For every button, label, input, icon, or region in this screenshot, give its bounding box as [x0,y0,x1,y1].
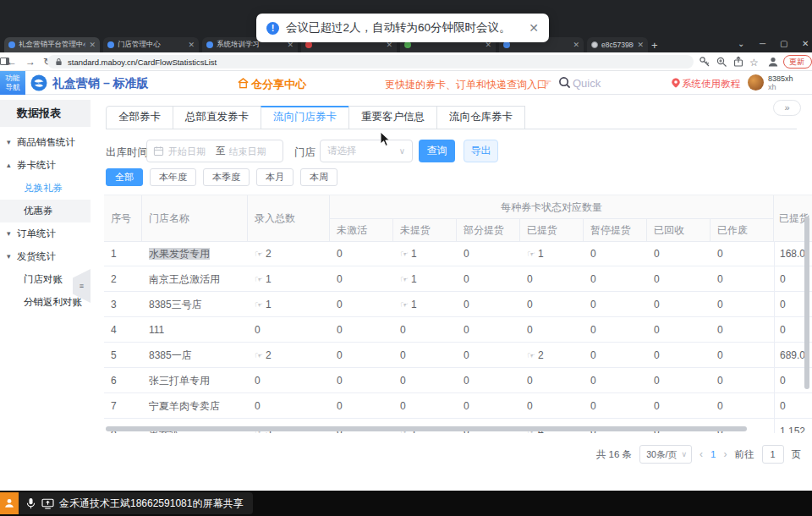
tab-重要客户信息[interactable]: 重要客户信息 [348,106,437,129]
status-cell: 0 [647,292,710,316]
status-cell: 0 [330,317,393,342]
sidebar-item-1[interactable]: ▾商品销售统计 [0,131,91,154]
date-range-input[interactable]: 至 [146,140,283,162]
page-size-select[interactable]: 30条/页 ∨ [639,445,692,464]
status-cell: 0 [647,343,710,367]
share-icon[interactable] [732,56,744,68]
goto-page-input[interactable] [762,445,784,464]
sidebar-item-4[interactable]: 优惠券 [0,200,91,222]
quick-search-icon[interactable] [558,76,571,89]
store-name: 南京王总激活用 [149,273,220,285]
quick-search-label[interactable]: Quick [573,77,601,90]
sidebar-item-label: 门店对账 [24,268,63,291]
export-button[interactable]: 导出 [464,140,498,162]
hand-pointer-icon: ☞ [255,350,263,360]
start-date-input[interactable] [168,146,212,156]
search-button[interactable]: 查询 [419,140,455,162]
end-date-input[interactable] [229,146,273,156]
function-nav-button[interactable]: 功能 导航 [0,71,25,95]
total-cell[interactable]: ☞2 [248,241,330,266]
row-number: 1 [104,241,142,266]
zoom-icon[interactable] [716,56,727,68]
status-cell: 0 [584,368,647,392]
status-cell: 0 [710,241,774,266]
sidebar-item-6[interactable]: ▾发货统计 [0,245,91,268]
sidebar-title: 数据报表 [0,100,91,127]
address-bar[interactable]: standard.maboy.cn/CardFlowStatisticsList [47,55,694,69]
total-cell[interactable]: ☞1 [248,266,330,291]
profile-icon[interactable] [767,56,779,68]
side-panel-icon[interactable] [0,58,9,65]
sidebar-item-label: 优惠券 [24,200,53,222]
close-button[interactable]: ✕ [802,39,809,48]
status-cell: 0 [330,292,393,316]
tree-arrow-icon[interactable]: ▴ [7,154,11,177]
tab-全部券卡[interactable]: 全部券卡 [106,106,173,129]
tab-close-icon[interactable]: ✕ [637,41,644,49]
tree-arrow-icon[interactable]: ▾ [7,222,11,245]
red-favicon-icon [305,41,312,48]
tree-arrow-icon[interactable]: ▾ [7,245,11,268]
tutorial-link[interactable]: 系统使用教程 [682,78,740,91]
vertical-scrollbar[interactable] [804,217,809,389]
chevron-down-icon: ∨ [399,140,405,162]
status-cell[interactable]: ☞2 [520,343,584,367]
key-icon[interactable] [699,56,710,68]
table-body: 1水果发货专用☞20☞10☞1000168.02南京王总激活用☞10☞10000… [104,241,812,433]
minimize-button[interactable]: ─ [760,39,765,48]
quick-filter-button[interactable]: 全部 [106,168,143,186]
tab-close-icon[interactable]: ✕ [188,41,195,49]
tab-close-icon[interactable]: ✕ [573,41,579,49]
browser-update-button[interactable]: 更新 ! [783,55,812,69]
tab-总部直发券卡[interactable]: 总部直发券卡 [173,106,261,129]
hand-pointer-icon: ☞ [255,274,263,284]
status-cell[interactable]: ☞1 [393,266,457,291]
next-page-button[interactable]: › [724,448,727,460]
date-filter-label: 出库时间 [106,145,148,160]
share-center-link[interactable]: 仓分享中心 [251,77,306,92]
total-cell: 0 [248,317,330,342]
bookmark-star-icon[interactable]: ☆ [749,56,759,69]
maximize-button[interactable]: ▢ [780,39,787,48]
status-cell[interactable]: ☞1 [393,292,457,316]
total-cell[interactable]: ☞1 [248,292,330,316]
browser-tab[interactable]: 门店管理中心✕ [103,37,199,52]
status-cell[interactable]: ☞1 [520,241,584,266]
quick-filter-button[interactable]: 本季度 [203,168,250,186]
prev-page-button[interactable]: ‹ [700,448,703,460]
user-avatar[interactable] [748,74,764,91]
tab-流向仓库券卡[interactable]: 流向仓库券卡 [436,106,525,129]
horizontal-scrollbar[interactable] [106,426,747,431]
green-favicon-icon [404,41,411,48]
browser-tab[interactable]: e8c573980b1328a258fd2e6✕ [587,37,648,52]
tab-search-chevron-icon[interactable]: ⌄ [738,39,744,48]
store-name-cell: 南京王总激活用 [142,266,248,291]
total-cell[interactable]: ☞2 [248,343,330,367]
notification-close-icon[interactable]: ✕ [529,21,539,35]
status-cell: 0 [457,368,520,392]
status-cell: 0 [520,292,584,316]
tab-close-icon[interactable]: ✕ [89,41,96,49]
sidebar-item-2[interactable]: ▴券卡统计 [0,154,91,177]
table-header: 序号 门店名称 录入总数 每种券卡状态对应数量 未激活未提货部分提货已提货暂停提… [104,195,812,241]
status-cell: 0 [647,368,710,392]
tab-流向门店券卡[interactable]: 流向门店券卡 [261,106,349,129]
current-page[interactable]: 1 [710,449,716,459]
sidebar-item-5[interactable]: ▾订单统计 [0,222,91,245]
store-name: 张三打单专用 [149,375,210,387]
quick-filter-button[interactable]: 本周 [300,168,337,186]
status-cell[interactable]: ☞1 [393,241,457,266]
new-tab-button[interactable]: + [651,39,658,52]
store-name-cell: 水果发货专用 [142,241,248,266]
store-name: 宁夏羊肉专卖店 [149,400,220,412]
quick-filter-row: 全部本年度本季度本月本周 [106,168,337,186]
store-select[interactable]: 请选择 ∨ [320,140,413,162]
quick-filter-button[interactable]: 本月 [256,168,294,186]
tree-arrow-icon[interactable]: ▾ [7,131,11,154]
quick-filter-button[interactable]: 本年度 [150,168,196,186]
screen-icon [41,498,54,509]
browser-tab[interactable]: 礼盒营销平台管理中心✕ [4,37,100,52]
sidebar-item-3[interactable]: 兑换礼券 [0,177,91,200]
forward-icon[interactable]: → [25,55,36,69]
app-title: 礼盒营销 – 标准版 [52,76,149,91]
